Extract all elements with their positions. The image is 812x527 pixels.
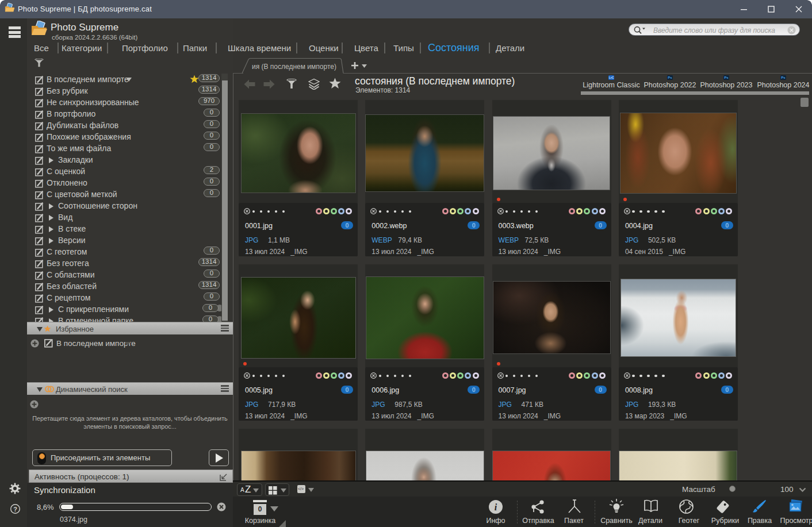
svg-text:i: i [495,502,497,512]
svg-text:?: ? [13,506,17,513]
